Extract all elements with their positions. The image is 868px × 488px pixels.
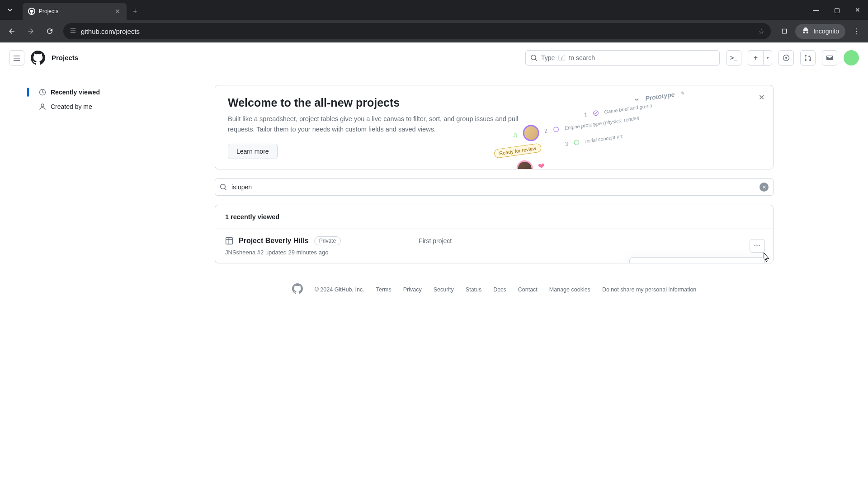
tab-title: Projects	[39, 8, 110, 14]
hamburger-menu[interactable]	[9, 50, 24, 66]
footer-link-contact[interactable]: Contact	[518, 286, 538, 293]
project-row[interactable]: Project Beverly Hills Private First proj…	[215, 229, 773, 263]
circle-outline-icon	[573, 139, 580, 146]
table-icon	[225, 237, 233, 245]
github-header: Projects Type / to search >_ + ▾	[0, 42, 868, 73]
banner-illustration: Prototype ✎ 1 Game brief and go-no ♫ 2 E…	[506, 85, 774, 169]
project-name[interactable]: Project Beverly Hills	[239, 237, 309, 245]
bookmark-icon[interactable]: ☆	[758, 27, 764, 36]
art-pill-review: Ready for review	[494, 143, 542, 158]
clear-filter-icon[interactable]: ✕	[760, 183, 769, 192]
project-context-menu: Make a copy ✕ Remove from recently viewe…	[629, 257, 765, 263]
global-search[interactable]: Type / to search	[525, 50, 720, 66]
welcome-banner: Prototype ✎ 1 Game brief and go-no ♫ 2 E…	[215, 85, 774, 169]
search-hint-text: to search	[569, 54, 595, 61]
search-icon	[220, 183, 227, 191]
browser-tab[interactable]: Projects ✕	[23, 3, 127, 20]
extensions-icon[interactable]	[776, 23, 793, 39]
banner-close-icon[interactable]: ✕	[756, 92, 767, 103]
tab-close-icon[interactable]: ✕	[114, 8, 121, 15]
filter-input-wrap[interactable]: ✕	[215, 178, 774, 196]
close-window-button[interactable]: ✕	[847, 0, 868, 20]
chevron-down-icon	[633, 96, 641, 103]
search-placeholder-text: Type	[541, 54, 555, 61]
clock-icon	[39, 89, 46, 96]
footer-link-docs[interactable]: Docs	[493, 286, 506, 293]
github-logo-icon[interactable]	[31, 51, 45, 65]
create-new-menu[interactable]: + ▾	[748, 50, 772, 66]
search-shortcut-key: /	[558, 55, 565, 61]
footer-link-security[interactable]: Security	[434, 286, 454, 293]
art-engine: Engine prototype (physics, renderi	[564, 115, 640, 131]
visibility-badge: Private	[314, 236, 341, 245]
art-avatar-1	[522, 124, 540, 142]
footer-link-terms[interactable]: Terms	[376, 286, 392, 293]
svg-point-3	[41, 104, 44, 107]
minimize-button[interactable]: —	[806, 0, 826, 20]
footer-link-donotshare[interactable]: Do not share my personal information	[602, 286, 696, 293]
context-make-copy[interactable]: Make a copy	[630, 260, 764, 263]
github-mark-icon[interactable]	[292, 283, 303, 296]
filter-input[interactable]	[231, 183, 755, 191]
browser-tab-bar: Projects ✕ + — ▢ ✕	[0, 0, 868, 20]
sidebar: Recently viewed Created by me	[0, 85, 215, 315]
address-bar[interactable]: github.com/projects ☆	[63, 23, 771, 39]
browser-menu-icon[interactable]: ⋮	[848, 27, 864, 36]
art-num-2: 2	[544, 127, 548, 134]
sidebar-item-label: Recently viewed	[51, 89, 100, 96]
inbox-button[interactable]	[822, 50, 837, 66]
new-tab-button[interactable]: +	[127, 3, 143, 20]
art-avatar-2	[515, 160, 534, 170]
plus-icon[interactable]: +	[748, 50, 763, 66]
footer: © 2024 GitHub, Inc. Terms Privacy Securi…	[215, 263, 774, 315]
url-text: github.com/projects	[81, 28, 754, 35]
footer-link-privacy[interactable]: Privacy	[403, 286, 422, 293]
project-meta: JNSsheena #2 updated 29 minutes ago	[225, 249, 452, 256]
page-title: Projects	[52, 54, 78, 61]
back-button[interactable]	[4, 23, 20, 39]
music-icon: ♫	[512, 131, 518, 140]
svg-point-1	[785, 57, 787, 59]
footer-link-status[interactable]: Status	[466, 286, 481, 293]
art-num-3: 3	[565, 141, 569, 147]
projects-count-header: 1 recently viewed	[215, 205, 773, 229]
user-avatar[interactable]	[844, 50, 859, 66]
projects-list: 1 recently viewed Project Beverly Hills …	[215, 205, 774, 263]
forward-button[interactable]	[23, 23, 39, 39]
reload-button[interactable]	[42, 23, 58, 39]
banner-description: Built like a spreadsheet, project tables…	[228, 114, 522, 135]
command-palette-button[interactable]: >_	[726, 50, 741, 66]
footer-copyright: © 2024 GitHub, Inc.	[315, 286, 364, 293]
footer-link-cookies[interactable]: Manage cookies	[549, 286, 590, 293]
heart-icon: ❤	[538, 161, 546, 170]
svg-point-5	[553, 127, 559, 132]
incognito-icon	[802, 27, 810, 36]
incognito-label: Incognito	[813, 28, 839, 35]
pull-requests-button[interactable]	[800, 50, 816, 66]
tab-search-dropdown[interactable]	[0, 0, 20, 20]
project-description: First project	[419, 237, 452, 244]
edit-icon: ✎	[679, 90, 684, 96]
sidebar-item-created-by-me[interactable]: Created by me	[33, 99, 206, 114]
art-concept: Initial concept art	[585, 133, 623, 144]
issues-button[interactable]	[778, 50, 794, 66]
site-settings-icon[interactable]	[70, 27, 76, 35]
sidebar-item-label: Created by me	[51, 103, 92, 110]
svg-point-6	[574, 140, 580, 145]
learn-more-button[interactable]: Learn more	[228, 144, 278, 159]
create-dropdown-icon[interactable]: ▾	[763, 50, 772, 66]
svg-rect-7	[226, 238, 233, 244]
maximize-button[interactable]: ▢	[826, 0, 847, 20]
github-favicon	[28, 8, 35, 15]
person-icon	[39, 103, 46, 110]
project-more-button[interactable]: ···	[750, 239, 765, 253]
sidebar-item-recently-viewed[interactable]: Recently viewed	[33, 85, 206, 99]
incognito-badge[interactable]: Incognito	[795, 24, 845, 39]
circle-outline-icon	[552, 126, 560, 133]
browser-toolbar: github.com/projects ☆ Incognito ⋮	[0, 20, 868, 42]
